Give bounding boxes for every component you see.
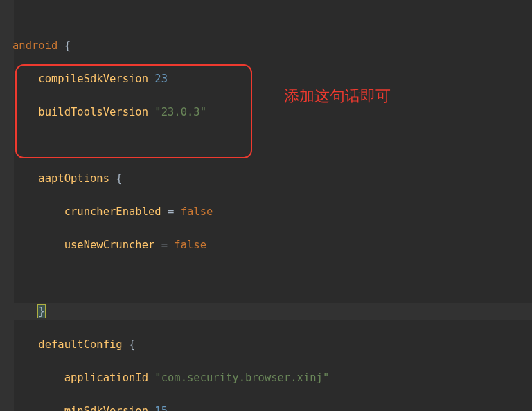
code-line: defaultConfig {	[12, 336, 532, 353]
code-line: useNewCruncher = false	[12, 237, 532, 253]
token-identifier: compileSdkVersion	[38, 73, 154, 85]
token-identifier: cruncherEnabled	[64, 206, 168, 218]
token-keyword: false	[174, 239, 206, 251]
token-identifier: buildToolsVersion	[38, 106, 154, 118]
token-number: 15	[154, 405, 168, 411]
code-line: android {	[12, 37, 532, 54]
token-eq: =	[168, 206, 181, 218]
code-line: aaptOptions {	[12, 170, 532, 187]
token-string: "com.security.browser.xinj"	[154, 372, 329, 384]
token-identifier: useNewCruncher	[64, 239, 161, 251]
token-identifier: defaultConfig	[38, 338, 129, 351]
code-line-active: }	[12, 303, 532, 320]
token-brace: {	[57, 39, 71, 52]
code-line: cruncherEnabled = false	[12, 203, 532, 220]
code-editor[interactable]: android { compileSdkVersion 23 buildTool…	[0, 17, 532, 411]
token-keyword: android	[12, 39, 57, 52]
code-line: applicationId "com.security.browser.xinj…	[12, 369, 532, 386]
code-line: buildToolsVersion "23.0.3"	[12, 104, 532, 120]
token-brace: {	[129, 338, 135, 351]
token-eq: =	[161, 239, 175, 251]
token-identifier: applicationId	[64, 372, 155, 384]
code-line: minSdkVersion 15	[12, 403, 532, 411]
code-line	[12, 270, 532, 286]
token-keyword: false	[181, 206, 213, 218]
token-brace: }	[38, 305, 44, 318]
code-line	[12, 137, 532, 154]
code-line: compileSdkVersion 23	[12, 71, 532, 87]
token-string: "23.0.3"	[154, 106, 206, 118]
token-identifier: aaptOptions	[38, 172, 116, 185]
token-number: 23	[154, 73, 168, 85]
token-identifier: minSdkVersion	[64, 405, 155, 411]
token-brace: {	[116, 172, 122, 185]
code-lines: android { compileSdkVersion 23 buildTool…	[12, 21, 532, 411]
